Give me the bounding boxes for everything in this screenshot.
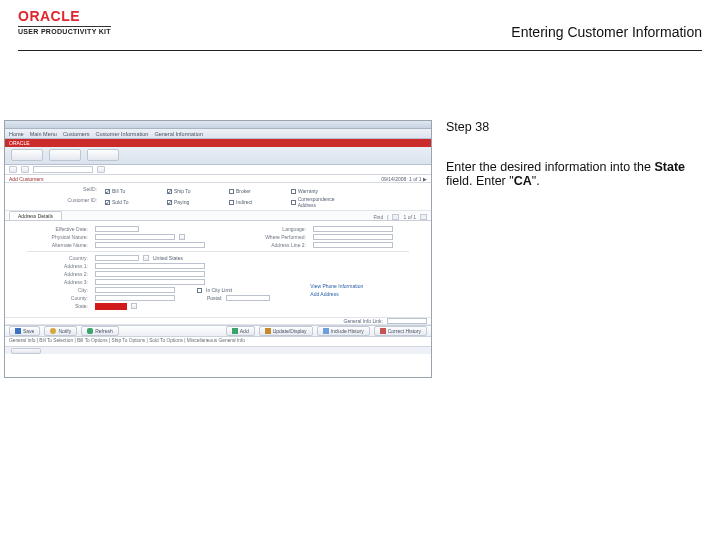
page-header: ORACLE USER PRODUCTIVITY KIT Entering Cu… (0, 0, 720, 48)
crumb[interactable]: Customers (63, 131, 90, 137)
toolbar-button[interactable] (9, 166, 17, 173)
document-title: Entering Customer Information (511, 24, 702, 40)
search-icon[interactable] (97, 166, 105, 173)
warranty-checkbox[interactable] (291, 189, 296, 194)
where-perf-label: Where Performed: (245, 234, 309, 240)
oracle-brand-bar: ORACLE (5, 139, 431, 147)
phys-nature-label: Physical Nature: (27, 234, 91, 240)
ribbon-button[interactable] (11, 149, 43, 161)
language-field[interactable] (313, 226, 393, 232)
ribbon-button[interactable] (49, 149, 81, 161)
addr-line2-field[interactable] (313, 242, 393, 248)
toolbar-button[interactable] (21, 166, 29, 173)
update-button[interactable]: Update/Display (259, 326, 313, 336)
phys-nature-field[interactable] (95, 234, 175, 240)
crumb[interactable]: Home (9, 131, 24, 137)
eff-date-label: Effective Date: (27, 226, 91, 232)
crumb[interactable]: Main Menu (30, 131, 57, 137)
add-icon (232, 328, 238, 334)
instruction-panel: Step 38 Enter the desired information in… (432, 120, 720, 378)
address1-label: Address 1: (27, 263, 91, 269)
addr-line2-label: Address Line 2: (245, 242, 309, 248)
language-label: Language: (245, 226, 309, 232)
search-input[interactable] (33, 166, 93, 173)
genlink-field[interactable] (387, 318, 427, 324)
save-icon (15, 328, 21, 334)
check-label: Warranty (298, 188, 318, 194)
dropdown-icon[interactable] (179, 234, 185, 240)
alt-name-field[interactable] (95, 242, 205, 248)
scroll-thumb[interactable] (11, 348, 41, 354)
tab-first-icon[interactable] (392, 214, 399, 220)
add-address-link[interactable]: Add Address (310, 291, 338, 297)
incity-checkbox[interactable] (197, 288, 202, 293)
tab-find-link[interactable]: Find (373, 214, 383, 220)
customerid-label: Customer ID: (29, 197, 99, 207)
field-name: State (654, 160, 685, 174)
correct-history-button[interactable]: Correct History (374, 326, 427, 336)
update-icon (265, 328, 271, 334)
history-icon (323, 328, 329, 334)
genlink-label: General Info Link: (344, 318, 383, 324)
tab-strip: Address Details Find | 1 of 1 (5, 211, 431, 221)
enter-value: CA (514, 174, 532, 188)
paying-checkbox[interactable] (167, 200, 172, 205)
incity-label: In City Limit (206, 287, 232, 293)
address-form: Effective Date: Physical Nature: Alterna… (5, 221, 431, 314)
lookup-icon[interactable] (131, 303, 137, 309)
add-button[interactable]: Add (226, 326, 255, 336)
county-field[interactable] (95, 295, 175, 301)
tab-address-details[interactable]: Address Details (9, 211, 62, 220)
address3-field[interactable] (95, 279, 205, 285)
check-label: Correspondence Address (298, 196, 347, 208)
address1-field[interactable] (95, 263, 205, 269)
check-label: Ship To (174, 188, 191, 194)
app-screenshot: Home Main Menu Customers Customer Inform… (4, 120, 432, 378)
billto-checkbox[interactable] (105, 189, 110, 194)
save-button[interactable]: Save (9, 326, 40, 336)
view-phone-link[interactable]: View Phone Information (310, 283, 363, 289)
check-label: Indirect (236, 199, 252, 205)
general-info-link-row: General Info Link: (5, 317, 431, 325)
city-field[interactable] (95, 287, 175, 293)
panel-title: Add Customers (9, 176, 43, 182)
crumb[interactable]: Customer Information (95, 131, 148, 137)
corraddr-checkbox[interactable] (291, 200, 296, 205)
postal-field[interactable] (226, 295, 270, 301)
check-label: Broker (236, 188, 251, 194)
upk-logo-subtext: USER PRODUCTIVITY KIT (18, 26, 111, 35)
where-perf-field[interactable] (313, 234, 393, 240)
ribbon (5, 147, 431, 165)
panel-count: 1 of 1 (409, 176, 422, 182)
alt-name-label: Alternate Name: (27, 242, 91, 248)
crumb[interactable]: General Information (154, 131, 203, 137)
window-titlebar (5, 121, 431, 129)
content-area: Home Main Menu Customers Customer Inform… (0, 120, 720, 378)
broker-checkbox[interactable] (229, 189, 234, 194)
address3-label: Address 3: (27, 279, 91, 285)
country-name: United States (153, 255, 183, 261)
ribbon-button[interactable] (87, 149, 119, 161)
tab-last-icon[interactable] (420, 214, 427, 220)
country-label: Country: (27, 255, 91, 261)
state-field[interactable] (95, 303, 127, 310)
refresh-button[interactable]: Refresh (81, 326, 119, 336)
county-label: County: (27, 295, 91, 301)
state-label: State: (27, 303, 91, 309)
include-history-button[interactable]: Include History (317, 326, 370, 336)
eff-date-field[interactable] (95, 226, 139, 232)
check-label: Paying (174, 199, 189, 205)
horizontal-scrollbar[interactable] (5, 346, 431, 354)
address2-field[interactable] (95, 271, 205, 277)
oracle-logo: ORACLE USER PRODUCTIVITY KIT (18, 8, 111, 36)
status-bar: General Info | Bill To Selection | Bill … (5, 337, 431, 346)
indirect-checkbox[interactable] (229, 200, 234, 205)
lookup-icon[interactable] (143, 255, 149, 261)
shipto-checkbox[interactable] (167, 189, 172, 194)
header-rule (18, 50, 702, 51)
setid-label: SetID: (29, 186, 99, 196)
soldto-checkbox[interactable] (105, 200, 110, 205)
correct-icon (380, 328, 386, 334)
notify-button[interactable]: Notify (44, 326, 77, 336)
country-field[interactable] (95, 255, 139, 261)
